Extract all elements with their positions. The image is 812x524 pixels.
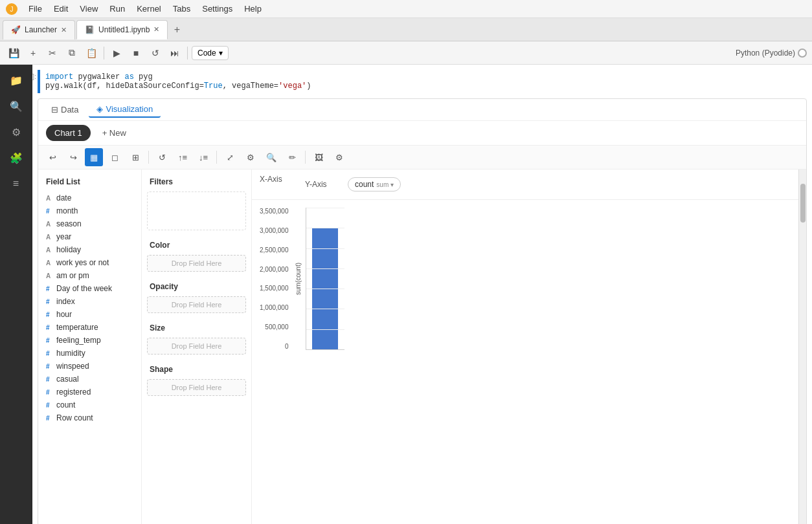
notebook-tab-label: Untitled1.ipynb bbox=[98, 25, 150, 34]
menu-help[interactable]: Help bbox=[239, 3, 267, 15]
visualization-tab[interactable]: ◈ Visualization bbox=[89, 102, 161, 118]
field-item-registered[interactable]: #registered bbox=[38, 386, 141, 398]
field-item-month[interactable]: #month bbox=[38, 204, 141, 217]
sort-desc-button[interactable]: ↓≡ bbox=[194, 148, 212, 166]
opacity-label: Opacity bbox=[142, 279, 251, 294]
field-name-16: count bbox=[56, 400, 75, 409]
shape-drop-zone[interactable]: Drop Field Here bbox=[147, 379, 246, 396]
field-type-icon-10: # bbox=[46, 324, 52, 331]
y-axis-value[interactable]: count sum ▾ bbox=[348, 177, 401, 191]
field-name-0: date bbox=[56, 193, 71, 202]
notebook-close-icon[interactable]: ✕ bbox=[153, 25, 159, 34]
image-button[interactable]: 🖼 bbox=[310, 148, 328, 166]
cell-line-2: pyg.walk(df, hideDataSourceConfig=True, … bbox=[45, 82, 802, 91]
chart-1-tab[interactable]: Chart 1 bbox=[46, 125, 91, 141]
layers-button[interactable]: ⊞ bbox=[126, 148, 144, 166]
cell-type-label: Code bbox=[197, 49, 216, 58]
svg-text:J: J bbox=[10, 6, 14, 13]
tab-launcher[interactable]: 🚀 Launcher ✕ bbox=[3, 20, 75, 39]
restart-button[interactable]: ↺ bbox=[147, 45, 164, 61]
opacity-drop-zone[interactable]: Drop Field Here bbox=[147, 296, 246, 313]
code-cell: [2]: import pygwalker as pyg pyg.walk(df… bbox=[38, 70, 807, 93]
filters-drop-zone[interactable] bbox=[147, 191, 246, 230]
redo-button[interactable]: ↪ bbox=[64, 148, 82, 166]
field-item-holiday[interactable]: Aholiday bbox=[38, 243, 141, 256]
cell-number: [2]: bbox=[32, 72, 36, 80]
y-axis-ticks: 3,500,000 3,000,000 2,500,000 2,000,000 … bbox=[260, 208, 293, 350]
menu-settings[interactable]: Settings bbox=[197, 3, 238, 15]
field-type-icon-6: A bbox=[46, 272, 52, 279]
brush-button[interactable]: ✏ bbox=[283, 148, 301, 166]
cell-content[interactable]: import pygwalker as pyg pyg.walk(df, hid… bbox=[40, 70, 807, 93]
cell-line-1: import pygwalker as pyg bbox=[45, 72, 802, 82]
mark-type-button[interactable]: ◻ bbox=[106, 148, 124, 166]
menu-run[interactable]: Run bbox=[104, 3, 130, 15]
field-item-index[interactable]: #index bbox=[38, 295, 141, 308]
tick-1000000: 1,000,000 bbox=[260, 304, 289, 311]
sort-asc-button[interactable]: ↑≡ bbox=[174, 148, 192, 166]
field-item-count[interactable]: #count bbox=[38, 398, 141, 411]
tab-notebook[interactable]: 📓 Untitled1.ipynb ✕ bbox=[76, 20, 168, 39]
menu-tabs[interactable]: Tabs bbox=[168, 3, 196, 15]
y-axis-agg: sum ▾ bbox=[376, 181, 394, 188]
field-item-Day-of-the-week[interactable]: #Day of the week bbox=[38, 282, 141, 295]
right-scrollbar[interactable] bbox=[798, 169, 806, 524]
field-item-feeling_temp[interactable]: #feeling_temp bbox=[38, 334, 141, 347]
copy-button[interactable]: ⧉ bbox=[63, 45, 80, 61]
field-type-icon-0: A bbox=[46, 195, 52, 202]
field-item-am-or-pm[interactable]: Aam or pm bbox=[38, 269, 141, 282]
field-item-casual[interactable]: #casual bbox=[38, 373, 141, 386]
field-item-Row-count[interactable]: #Row count bbox=[38, 411, 141, 424]
new-tab-button[interactable]: + bbox=[169, 22, 185, 38]
sidebar-kernel-icon[interactable]: ⚙ bbox=[6, 122, 27, 142]
cut-button[interactable]: ✂ bbox=[44, 45, 61, 61]
scroll-thumb[interactable] bbox=[800, 184, 806, 223]
expand-button[interactable]: ⤢ bbox=[221, 148, 239, 166]
field-name-8: index bbox=[56, 297, 75, 306]
field-type-icon-8: # bbox=[46, 298, 52, 305]
field-item-work-yes-or-not[interactable]: Awork yes or not bbox=[38, 256, 141, 269]
menu-kernel[interactable]: Kernel bbox=[131, 3, 166, 15]
cell-type-dropdown[interactable]: Code ▾ bbox=[192, 46, 229, 60]
fast-forward-button[interactable]: ⏭ bbox=[166, 45, 183, 61]
field-item-year[interactable]: Ayear bbox=[38, 230, 141, 243]
run-button[interactable]: ▶ bbox=[108, 45, 125, 61]
menu-view[interactable]: View bbox=[74, 3, 103, 15]
sidebar-toc-icon[interactable]: ≡ bbox=[6, 173, 27, 194]
field-item-season[interactable]: Aseason bbox=[38, 217, 141, 230]
field-item-date[interactable]: Adate bbox=[38, 191, 141, 204]
tab-bar: 🚀 Launcher ✕ 📓 Untitled1.ipynb ✕ + bbox=[0, 18, 812, 41]
zoom-button[interactable]: 🔍 bbox=[262, 148, 280, 166]
paste-button[interactable]: 📋 bbox=[83, 45, 100, 61]
image-settings-button[interactable]: ⚙ bbox=[330, 148, 348, 166]
launcher-close-icon[interactable]: ✕ bbox=[61, 26, 67, 34]
chart-type-bar-button[interactable]: ▦ bbox=[85, 148, 103, 166]
sidebar-extensions-icon[interactable]: 🧩 bbox=[6, 147, 27, 168]
data-tab[interactable]: ⊟ Data bbox=[43, 102, 86, 117]
save-button[interactable]: 💾 bbox=[5, 45, 22, 61]
sidebar-files-icon[interactable]: 📁 bbox=[6, 70, 27, 91]
size-drop-zone[interactable]: Drop Field Here bbox=[147, 338, 246, 355]
size-section: Size Drop Field Here bbox=[142, 321, 251, 355]
field-item-winspeed[interactable]: #winspeed bbox=[38, 360, 141, 373]
menu-edit[interactable]: Edit bbox=[49, 3, 73, 15]
menu-file[interactable]: File bbox=[23, 3, 47, 15]
new-chart-button[interactable]: + New bbox=[96, 126, 133, 140]
field-name-3: year bbox=[56, 232, 71, 241]
tick-2000000: 2,000,000 bbox=[260, 266, 289, 273]
stop-button[interactable]: ■ bbox=[128, 45, 144, 61]
sep4 bbox=[216, 151, 217, 164]
field-item-hour[interactable]: #hour bbox=[38, 308, 141, 321]
field-item-humidity[interactable]: #humidity bbox=[38, 347, 141, 360]
sidebar-search-icon[interactable]: 🔍 bbox=[6, 96, 27, 116]
add-cell-button[interactable]: + bbox=[25, 45, 41, 61]
y-axis-config: Y-Axis count sum ▾ bbox=[305, 175, 406, 194]
field-item-temperature[interactable]: #temperature bbox=[38, 321, 141, 334]
field-name-12: humidity bbox=[56, 349, 85, 358]
data-refresh-button[interactable]: ↺ bbox=[153, 148, 171, 166]
color-drop-zone[interactable]: Drop Field Here bbox=[147, 255, 246, 272]
field-name-7: Day of the week bbox=[56, 284, 112, 293]
undo-button[interactable]: ↩ bbox=[43, 148, 62, 166]
chart-config-area: X-Axis Y-Axis count sum ▾ bbox=[252, 169, 798, 524]
settings-button[interactable]: ⚙ bbox=[242, 148, 260, 166]
